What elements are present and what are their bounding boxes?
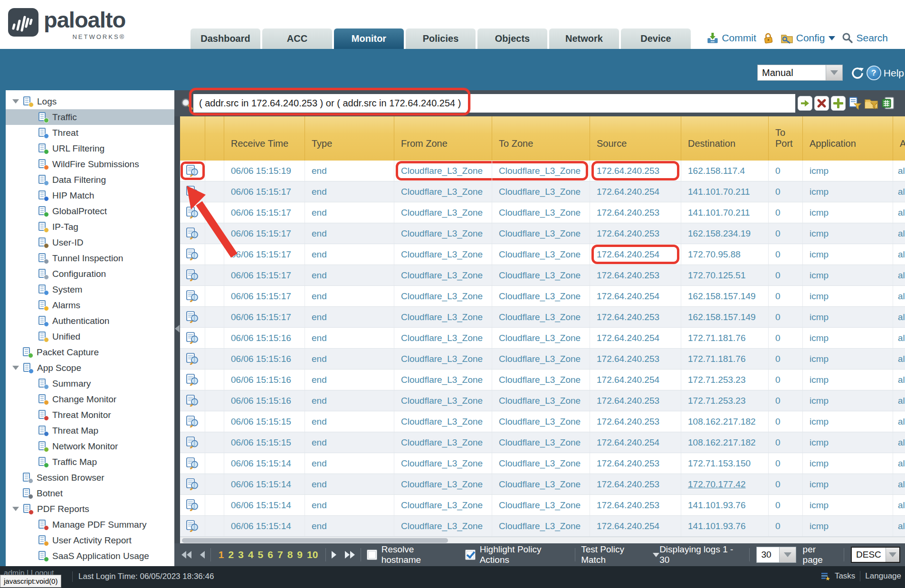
cell-to_zone[interactable]: Cloudflare_L3_Zone (492, 516, 590, 536)
cell-detail[interactable] (180, 161, 205, 181)
cell-application[interactable]: icmp (803, 181, 893, 202)
table-row[interactable]: 06/06 15:15:16endCloudflare_L3_ZoneCloud… (180, 390, 905, 411)
cell-receive_time[interactable]: 06/06 15:15:16 (224, 328, 305, 348)
test-policy-match-button[interactable]: Test Policy Match (581, 544, 659, 565)
cell-source[interactable]: 172.64.240.253 (590, 453, 681, 474)
cell-to_port[interactable]: 0 (769, 516, 803, 536)
cell-to_zone[interactable]: Cloudflare_L3_Zone (492, 181, 590, 202)
column-header-from-zone[interactable]: From Zone (394, 116, 492, 161)
cell-from_zone[interactable]: Cloudflare_L3_Zone (394, 370, 492, 390)
cell-receive_time[interactable]: 06/06 15:15:17 (224, 202, 305, 223)
sidebar-item-url-filtering[interactable]: URL Filtering (6, 141, 174, 156)
table-row[interactable]: 06/06 15:15:16endCloudflare_L3_ZoneCloud… (180, 349, 905, 370)
cell-action[interactable]: allow (893, 390, 905, 411)
table-row[interactable]: 06/06 15:15:14endCloudflare_L3_ZoneCloud… (180, 453, 905, 474)
cell-from_zone[interactable]: Cloudflare_L3_Zone (394, 474, 492, 494)
column-header-type[interactable]: Type (305, 116, 394, 161)
cell-receive_time[interactable]: 06/06 15:15:14 (224, 474, 305, 494)
table-row[interactable]: 06/06 15:15:17endCloudflare_L3_ZoneCloud… (180, 202, 905, 223)
tasks-button[interactable]: Tasks (835, 571, 855, 581)
cell-detail[interactable] (180, 307, 205, 327)
cell-detail[interactable] (180, 349, 205, 369)
last-page-button[interactable] (345, 551, 355, 559)
previous-page-button[interactable] (200, 551, 205, 559)
cell-action[interactable]: allow (893, 265, 905, 285)
cell-to_zone[interactable]: Cloudflare_L3_Zone (492, 265, 590, 285)
column-header-application[interactable]: Application (803, 116, 893, 161)
sidebar-item-threat[interactable]: Threat (6, 125, 174, 141)
column-header-destination[interactable]: Destination (681, 116, 769, 161)
cell-application[interactable]: icmp (803, 474, 893, 494)
expander-triangle-icon[interactable] (12, 366, 19, 370)
cell-from_zone[interactable]: Cloudflare_L3_Zone (394, 390, 492, 411)
sidebar-item-session-browser[interactable]: Session Browser (6, 470, 174, 485)
sidebar-collapse-icon[interactable] (175, 325, 180, 332)
cell-to_zone[interactable]: Cloudflare_L3_Zone (492, 223, 590, 244)
table-row[interactable]: 06/06 15:15:16endCloudflare_L3_ZoneCloud… (180, 370, 905, 390)
cell-application[interactable]: icmp (803, 202, 893, 223)
cell-action[interactable]: allow (893, 161, 905, 181)
language-button[interactable]: Language (865, 571, 901, 581)
horizontal-scrollbar[interactable] (180, 537, 905, 544)
first-page-button[interactable] (181, 551, 191, 559)
cell-detail[interactable] (180, 411, 205, 432)
sidebar-item-globalprotect[interactable]: GlobalProtect (6, 203, 174, 219)
cell-destination[interactable]: 108.162.217.182 (681, 432, 769, 453)
table-row[interactable]: 06/06 15:15:17endCloudflare_L3_ZoneCloud… (180, 307, 905, 328)
sidebar-item-threat-monitor[interactable]: Threat Monitor (6, 407, 174, 423)
cell-receive_time[interactable]: 06/06 15:15:16 (224, 349, 305, 369)
cell-detail[interactable] (180, 516, 205, 536)
cell-to_port[interactable]: 0 (769, 349, 803, 369)
cell-detail[interactable] (180, 265, 205, 285)
cell-type[interactable]: end (305, 453, 394, 474)
cell-from_zone[interactable]: Cloudflare_L3_Zone (394, 307, 492, 327)
cell-type[interactable]: end (305, 495, 394, 515)
cell-receive_time[interactable]: 06/06 15:15:17 (224, 307, 305, 327)
cell-type[interactable]: end (305, 516, 394, 536)
cell-action[interactable]: allow (893, 349, 905, 369)
page-number-10[interactable]: 10 (307, 549, 318, 560)
cell-receive_time[interactable]: 06/06 15:15:17 (224, 286, 305, 306)
commit-button[interactable]: Commit (706, 32, 756, 44)
cell-from_zone[interactable]: Cloudflare_L3_Zone (394, 495, 492, 515)
column-header-receive-time[interactable]: Receive Time (224, 116, 305, 161)
cell-action[interactable]: allow (893, 453, 905, 474)
cell-source[interactable]: 172.64.240.253 (590, 390, 681, 411)
cell-destination[interactable]: 172.70.95.88 (681, 244, 769, 265)
page-number-4[interactable]: 4 (248, 549, 254, 560)
cell-action[interactable]: allow (893, 516, 905, 536)
cell-from_zone[interactable]: Cloudflare_L3_Zone (394, 223, 492, 244)
cell-to_port[interactable]: 0 (769, 265, 803, 285)
cell-type[interactable]: end (305, 411, 394, 432)
page-number-3[interactable]: 3 (238, 549, 244, 560)
tab-monitor[interactable]: Monitor (334, 28, 404, 49)
sidebar-item-authentication[interactable]: Authentication (6, 313, 174, 329)
cell-application[interactable]: icmp (803, 328, 893, 348)
filter-query-input[interactable] (193, 94, 795, 113)
sidebar-item-app-scope[interactable]: App Scope (6, 360, 174, 376)
cell-to_port[interactable]: 0 (769, 244, 803, 265)
sidebar-item-summary[interactable]: Summary (6, 376, 174, 391)
cell-from_zone[interactable]: Cloudflare_L3_Zone (394, 432, 492, 453)
column-header-action[interactable]: Action (893, 116, 905, 161)
cell-action[interactable]: allow (893, 495, 905, 515)
cell-to_zone[interactable]: Cloudflare_L3_Zone (492, 495, 590, 515)
cell-from_zone[interactable]: Cloudflare_L3_Zone (394, 244, 492, 265)
cell-receive_time[interactable]: 06/06 15:15:16 (224, 390, 305, 411)
sidebar-item-saas-application-usage[interactable]: SaaS Application Usage (6, 548, 174, 564)
cell-action[interactable]: allow (893, 307, 905, 327)
sidebar-item-traffic[interactable]: Traffic (6, 109, 174, 125)
cell-to_port[interactable]: 0 (769, 161, 803, 181)
cell-to_zone[interactable]: Cloudflare_L3_Zone (492, 307, 590, 327)
sort-order-select[interactable]: DESC (851, 547, 900, 563)
cell-to_port[interactable]: 0 (769, 495, 803, 515)
cell-detail[interactable] (180, 453, 205, 474)
sidebar-item-ip-tag[interactable]: IP-Tag (6, 219, 174, 235)
export-csv-button[interactable] (881, 96, 895, 111)
tab-network[interactable]: Network (549, 28, 619, 49)
cell-action[interactable]: allow (893, 370, 905, 390)
load-filter-button[interactable] (864, 96, 879, 111)
cell-application[interactable]: icmp (803, 161, 893, 181)
cell-action[interactable]: allow (893, 202, 905, 223)
cell-application[interactable]: icmp (803, 495, 893, 515)
